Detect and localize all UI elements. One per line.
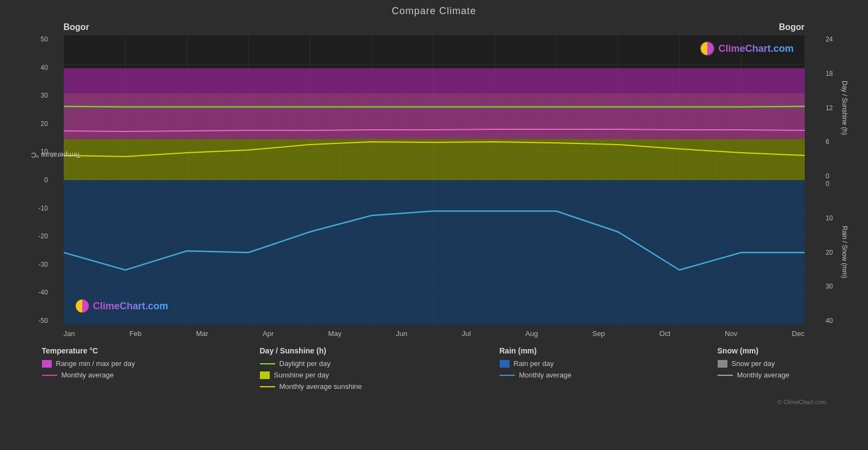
city-label-right: Bogor <box>779 22 804 32</box>
legend-rain-per-day: Rain per day <box>500 359 609 368</box>
temp-avg-line <box>42 375 57 376</box>
daylight-line <box>260 363 275 364</box>
right-axis-bottom-label: Rain / Snow (mm) <box>841 180 848 325</box>
legend-rain-per-day-label: Rain per day <box>514 359 554 368</box>
legend-temp-range: Range min / max per day <box>42 359 151 368</box>
legend-temp-range-label: Range min / max per day <box>56 359 135 368</box>
legend-snow: Snow (mm) Snow per day Monthly average ©… <box>718 346 827 405</box>
legend-rain-avg-label: Monthly average <box>519 371 572 379</box>
legend-rain: Rain (mm) Rain per day Monthly average <box>500 346 609 379</box>
chart-area: Bogor Bogor ClimeChart.com <box>31 19 837 341</box>
legend-sunshine: Day / Sunshine (h) Daylight per day Suns… <box>260 346 391 391</box>
right-axis-top-label: Day / Sunshine (h) <box>841 35 848 180</box>
climechart-logo-top <box>700 41 715 56</box>
right-axis-bottom: 0 10 20 30 40 <box>825 180 833 325</box>
watermark-text-top: ClimeChart.com <box>718 43 793 55</box>
sunshine-avg-line <box>260 386 275 387</box>
svg-rect-24 <box>64 180 805 325</box>
legend-snow-per-day-label: Snow per day <box>732 359 775 368</box>
legend-sunshine-per-day: Sunshine per day <box>260 371 391 379</box>
legend-sunshine-avg-label: Monthly average sunshine <box>280 382 362 391</box>
legend-sunshine-per-day-label: Sunshine per day <box>274 371 329 379</box>
month-labels: Jan Feb Mar Apr May Jun Jul Aug Sep Oct … <box>64 329 805 338</box>
page-container: Compare Climate Bogor Bogor ClimeChart.c… <box>0 0 868 450</box>
left-axis-label: Temperature °C <box>27 130 35 180</box>
copyright: © ClimeChart.com <box>777 399 826 405</box>
legend-snow-avg: Monthly average <box>718 371 827 379</box>
snow-avg-line <box>718 375 733 376</box>
rain-avg-line <box>500 375 515 376</box>
legend-rain-title: Rain (mm) <box>500 346 609 355</box>
left-axis: 50 40 30 20 10 0 -10 -20 -30 -40 -50 <box>39 35 48 325</box>
snow-swatch <box>718 360 727 368</box>
climechart-logo-bottom <box>75 298 90 314</box>
legend-snow-avg-label: Monthly average <box>737 371 790 379</box>
legend-sunshine-avg: Monthly average sunshine <box>260 382 391 391</box>
temp-range-swatch <box>42 360 52 368</box>
page-title: Compare Climate <box>392 5 476 17</box>
legend-snow-title: Snow (mm) <box>718 346 827 355</box>
legend-daylight: Daylight per day <box>260 359 391 368</box>
legend-rain-avg: Monthly average <box>500 371 609 379</box>
watermark-text-bottom: ClimeChart.com <box>93 301 168 312</box>
legend-temp-title: Temperature °C <box>42 346 151 355</box>
legend-temp-avg-label: Monthly average <box>62 371 114 379</box>
legend-temp-avg: Monthly average <box>42 371 151 379</box>
rain-swatch <box>500 360 509 368</box>
right-axis-top: 24 18 12 6 0 <box>825 35 833 180</box>
legend-snow-per-day: Snow per day <box>718 359 827 368</box>
legend-area: Temperature °C Range min / max per day M… <box>31 346 837 405</box>
legend-temp: Temperature °C Range min / max per day M… <box>42 346 151 379</box>
svg-rect-28 <box>64 68 805 139</box>
main-chart-svg <box>64 35 805 325</box>
sunshine-swatch <box>260 371 270 379</box>
watermark-bottom: ClimeChart.com <box>75 298 168 314</box>
legend-daylight-label: Daylight per day <box>280 359 331 368</box>
city-label-left: Bogor <box>64 22 89 32</box>
legend-sunshine-title: Day / Sunshine (h) <box>260 346 391 355</box>
watermark-top: ClimeChart.com <box>700 41 793 56</box>
